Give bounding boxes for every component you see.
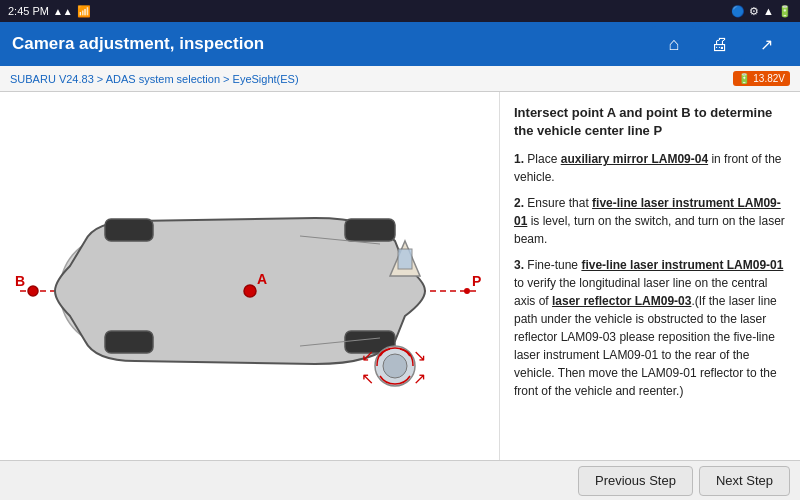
battery-label-icon: 🔋 bbox=[738, 73, 750, 84]
svg-text:↘: ↘ bbox=[413, 347, 426, 364]
step-3: 3. Fine-tune five-line laser instrument … bbox=[514, 256, 786, 400]
main-content: A B P ↙ bbox=[0, 92, 800, 460]
header-icons: ⌂ 🖨 ↗ bbox=[652, 26, 788, 62]
time-display: 2:45 PM bbox=[8, 5, 49, 17]
battery-voltage: 13.82V bbox=[753, 73, 785, 84]
svg-text:B: B bbox=[15, 273, 25, 289]
svg-point-14 bbox=[28, 286, 38, 296]
svg-rect-19 bbox=[398, 249, 412, 269]
svg-rect-7 bbox=[105, 219, 153, 241]
svg-point-21 bbox=[383, 354, 407, 378]
svg-text:P: P bbox=[472, 273, 481, 289]
instructions-title: Intersect point A and point B to determi… bbox=[514, 104, 786, 140]
svg-text:↖: ↖ bbox=[361, 370, 374, 387]
settings-icon: ⚙ bbox=[749, 5, 759, 18]
svg-rect-8 bbox=[105, 331, 153, 353]
button-bar: Previous Step Next Step bbox=[0, 460, 800, 500]
export-icon: ↗ bbox=[760, 35, 773, 54]
step-1: 1. Place auxiliary mirror LAM09-04 in fr… bbox=[514, 150, 786, 186]
home-button[interactable]: ⌂ bbox=[652, 26, 696, 62]
step-2: 2. Ensure that five-line laser instrumen… bbox=[514, 194, 786, 248]
svg-rect-5 bbox=[345, 219, 395, 241]
instructions-panel: Intersect point A and point B to determi… bbox=[500, 92, 800, 460]
status-bar-left: 2:45 PM ▲▲ 📶 bbox=[8, 5, 91, 18]
instructions-body: 1. Place auxiliary mirror LAM09-04 in fr… bbox=[514, 150, 786, 400]
export-button[interactable]: ↗ bbox=[744, 26, 788, 62]
status-bar-right: 🔵 ⚙ ▲ 🔋 bbox=[731, 5, 792, 18]
home-icon: ⌂ bbox=[669, 34, 680, 55]
diagram-panel: A B P ↙ bbox=[0, 92, 500, 460]
bluetooth-icon: 🔵 bbox=[731, 5, 745, 18]
next-step-button[interactable]: Next Step bbox=[699, 466, 790, 496]
svg-point-12 bbox=[247, 288, 253, 294]
wifi-icon: 📶 bbox=[77, 5, 91, 18]
wifi-status-icon: ▲ bbox=[763, 5, 774, 17]
breadcrumb-bar: SUBARU V24.83 > ADAS system selection > … bbox=[0, 66, 800, 92]
svg-point-16 bbox=[464, 288, 470, 294]
breadcrumb: SUBARU V24.83 > ADAS system selection > … bbox=[10, 73, 299, 85]
previous-step-button[interactable]: Previous Step bbox=[578, 466, 693, 496]
svg-text:A: A bbox=[257, 271, 267, 287]
battery-badge: 🔋 13.82V bbox=[733, 71, 790, 86]
header: Camera adjustment, inspection ⌂ 🖨 ↗ bbox=[0, 22, 800, 66]
signal-icon: ▲▲ bbox=[53, 6, 73, 17]
battery-icon: 🔋 bbox=[778, 5, 792, 18]
print-icon: 🖨 bbox=[711, 34, 729, 55]
status-bar: 2:45 PM ▲▲ 📶 🔵 ⚙ ▲ 🔋 bbox=[0, 0, 800, 22]
print-button[interactable]: 🖨 bbox=[698, 26, 742, 62]
vehicle-diagram: A B P ↙ bbox=[5, 136, 495, 416]
svg-text:↙: ↙ bbox=[361, 347, 374, 364]
page-title: Camera adjustment, inspection bbox=[12, 34, 264, 54]
svg-text:↗: ↗ bbox=[413, 370, 426, 387]
